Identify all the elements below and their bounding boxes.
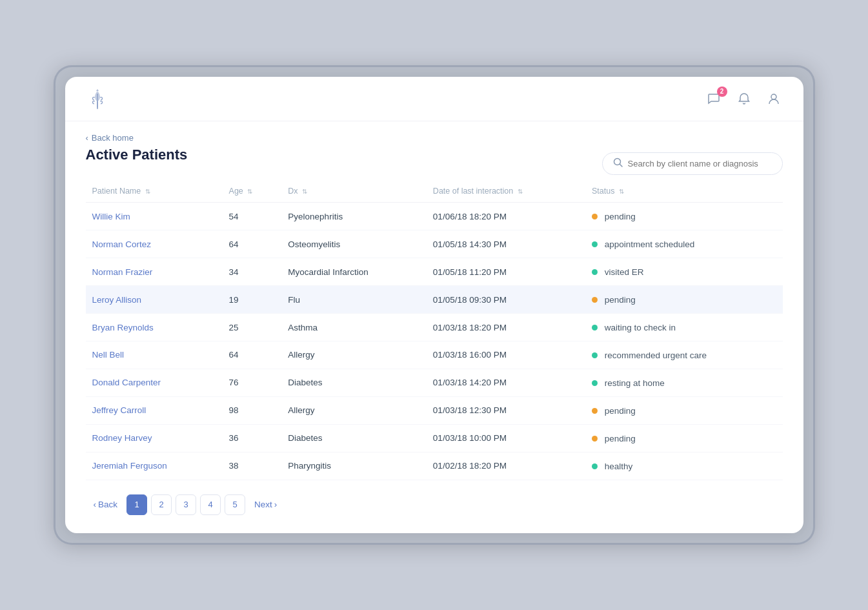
cell-name: Norman Cortez (86, 230, 223, 258)
back-page-label: Back (98, 500, 117, 509)
status-text: visited ER (605, 267, 644, 277)
status-dot (592, 463, 598, 469)
cell-dx: Diabetes (281, 369, 427, 396)
cell-date: 01/03/18 10:00 PM (427, 424, 585, 452)
logo-area (86, 88, 109, 112)
patient-name-link[interactable]: Bryan Reynolds (92, 323, 154, 332)
col-dx: Dx ⇅ (281, 180, 427, 203)
cell-name: Bryan Reynolds (86, 314, 223, 341)
status-dot (592, 241, 598, 247)
sort-arrow-name[interactable]: ⇅ (145, 188, 150, 195)
cell-status: healthy (585, 452, 783, 480)
user-button[interactable] (765, 90, 783, 111)
cell-dx: Diabetes (281, 424, 427, 452)
col-date: Date of last interaction ⇅ (427, 180, 585, 203)
cell-age: 64 (223, 230, 282, 258)
status-dot (592, 325, 598, 330)
page-title: Active Patients (86, 147, 188, 163)
notification-button[interactable]: 2 (704, 89, 723, 112)
status-dot (592, 297, 598, 303)
bell-button[interactable] (735, 90, 753, 111)
cell-age: 38 (223, 452, 282, 480)
main-content: ‹ Back home Active Patients (65, 121, 803, 533)
next-page-button[interactable]: Next › (249, 497, 282, 512)
patients-table: Patient Name ⇅ Age ⇅ Dx ⇅ Date of last i… (86, 180, 783, 480)
cell-status: appointment scheduled (585, 230, 783, 258)
table-row: Willie Kim 54 Pyelonephritis 01/06/18 18… (86, 203, 783, 230)
chevron-right-icon: › (274, 500, 278, 509)
table-row: Rodney Harvey 36 Diabetes 01/03/18 10:00… (86, 424, 783, 452)
svg-marker-1 (96, 89, 99, 91)
patient-name-link[interactable]: Norman Frazier (92, 267, 153, 277)
table-row: Jeremiah Ferguson 38 Pharyngitis 01/02/1… (86, 452, 783, 480)
cell-date: 01/03/18 14:20 PM (427, 369, 585, 396)
cell-name: Nell Bell (86, 341, 223, 369)
sort-arrow-status[interactable]: ⇅ (619, 188, 624, 195)
patient-name-link[interactable]: Willie Kim (92, 212, 130, 221)
cell-date: 01/05/18 11:20 PM (427, 258, 585, 286)
cell-age: 25 (223, 314, 282, 341)
cell-name: Rodney Harvey (86, 424, 223, 452)
notification-badge: 2 (717, 86, 727, 97)
page-number-button[interactable]: 4 (200, 494, 221, 515)
page-number-button[interactable]: 5 (225, 494, 245, 515)
cell-age: 64 (223, 341, 282, 369)
col-patient-name: Patient Name ⇅ (86, 180, 223, 203)
page-number-button[interactable]: 2 (151, 494, 172, 515)
col-age: Age ⇅ (223, 180, 282, 203)
patient-name-link[interactable]: Rodney Harvey (92, 433, 152, 443)
search-input[interactable] (628, 159, 772, 168)
sort-arrow-dx[interactable]: ⇅ (302, 188, 307, 195)
sort-arrow-age[interactable]: ⇅ (247, 188, 252, 195)
cell-age: 76 (223, 369, 282, 396)
cell-status: waiting to check in (585, 314, 783, 341)
cell-age: 19 (223, 286, 282, 314)
table-row: Donald Carpenter 76 Diabetes 01/03/18 14… (86, 369, 783, 396)
cell-status: pending (585, 203, 783, 230)
cell-status: pending (585, 424, 783, 452)
status-text: waiting to check in (605, 323, 676, 332)
page-buttons: 12345 (126, 494, 245, 515)
header: 2 (65, 77, 803, 121)
status-dot (592, 269, 598, 275)
patient-name-link[interactable]: Nell Bell (92, 350, 125, 360)
status-dot (592, 436, 598, 442)
next-page-label: Next (254, 500, 272, 509)
page-number-button[interactable]: 3 (176, 494, 196, 515)
patient-name-link[interactable]: Donald Carpenter (92, 378, 161, 387)
table-row: Nell Bell 64 Allergy 01/03/18 16:00 PM r… (86, 341, 783, 369)
user-icon (767, 92, 780, 108)
status-text: healthy (605, 462, 633, 471)
sort-arrow-date[interactable]: ⇅ (518, 188, 523, 195)
cell-date: 01/05/18 09:30 PM (427, 286, 585, 314)
patient-name-link[interactable]: Norman Cortez (92, 239, 152, 249)
table-body: Willie Kim 54 Pyelonephritis 01/06/18 18… (86, 203, 783, 480)
status-text: recommended urgent care (605, 351, 707, 360)
cell-status: resting at home (585, 369, 783, 396)
back-page-button[interactable]: ‹ Back (88, 497, 123, 512)
table-row: Leroy Allison 19 Flu 01/05/18 09:30 PM p… (86, 286, 783, 314)
cell-status: pending (585, 396, 783, 424)
table-header: Patient Name ⇅ Age ⇅ Dx ⇅ Date of last i… (86, 180, 783, 203)
back-home-link[interactable]: ‹ Back home (86, 133, 783, 143)
cell-date: 01/06/18 18:20 PM (427, 203, 585, 230)
cell-name: Willie Kim (86, 203, 223, 230)
patient-name-link[interactable]: Leroy Allison (92, 295, 142, 305)
patient-name-link[interactable]: Jeffrey Carroll (92, 405, 146, 415)
patient-name-link[interactable]: Jeremiah Ferguson (92, 461, 167, 471)
table-row: Norman Cortez 64 Osteomyelitis 01/05/18 … (86, 230, 783, 258)
status-dot (592, 408, 598, 414)
page-number-button[interactable]: 1 (126, 494, 147, 515)
chevron-left-icon: ‹ (94, 500, 97, 509)
title-search-row: Active Patients (86, 147, 783, 175)
status-text: pending (605, 212, 636, 221)
cell-dx: Myocardial Infarction (281, 258, 427, 286)
search-bar[interactable] (602, 152, 783, 175)
table-row: Bryan Reynolds 25 Asthma 01/03/18 18:20 … (86, 314, 783, 341)
cell-date: 01/03/18 12:30 PM (427, 396, 585, 424)
cell-name: Jeremiah Ferguson (86, 452, 223, 480)
cell-dx: Osteomyelitis (281, 230, 427, 258)
cell-date: 01/03/18 18:20 PM (427, 314, 585, 341)
status-text: resting at home (605, 378, 665, 388)
cell-dx: Allergy (281, 396, 427, 424)
